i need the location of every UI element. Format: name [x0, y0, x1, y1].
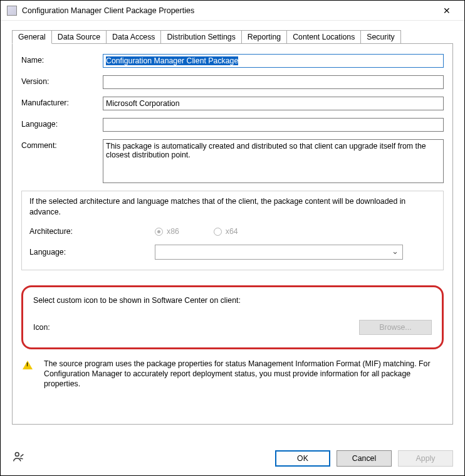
titlebar: Configuration Manager Client Package Pro… [1, 1, 464, 21]
ok-button[interactable]: OK [275, 450, 330, 467]
comment-label: Comment: [21, 139, 103, 150]
manufacturer-label: Manufacturer: [21, 97, 103, 107]
name-input[interactable]: Configuration Manager Client Package [103, 54, 444, 68]
window-title: Configuration Manager Client Package Pro… [22, 6, 434, 15]
name-label: Name: [21, 54, 103, 65]
icon-section-heading: Select custom icon to be shown in Softwa… [33, 296, 432, 305]
tab-general[interactable]: General [12, 30, 52, 44]
warning-text: The source program uses the package prop… [44, 359, 444, 389]
radio-x64: x64 [214, 227, 238, 236]
apply-button: Apply [398, 450, 453, 467]
tab-data-source[interactable]: Data Source [51, 30, 107, 43]
radio-x86-label: x86 [167, 227, 179, 236]
warning-icon [23, 361, 33, 369]
browse-button: Browse... [359, 320, 432, 335]
tab-panel-general: Name: Configuration Manager Client Packa… [12, 43, 453, 425]
version-input[interactable] [103, 75, 444, 89]
close-button[interactable]: ✕ [434, 2, 459, 19]
svg-point-0 [15, 452, 19, 456]
icon-section: Select custom icon to be shown in Softwa… [21, 285, 444, 349]
tab-distribution-settings[interactable]: Distribution Settings [160, 30, 241, 43]
icon-label: Icon: [33, 323, 115, 332]
architecture-note: If the selected architecture and languag… [29, 196, 436, 217]
radio-x86: x86 [155, 227, 179, 236]
tab-data-access[interactable]: Data Access [106, 30, 161, 43]
comment-textarea[interactable]: This package is automatically created an… [103, 139, 444, 183]
architecture-label: Architecture: [29, 227, 155, 236]
language-label: Language: [21, 118, 103, 129]
manufacturer-input[interactable] [103, 97, 444, 110]
architecture-group: If the selected architecture and languag… [21, 191, 444, 270]
tab-reporting[interactable]: Reporting [241, 30, 287, 43]
user-icon[interactable] [12, 450, 27, 467]
app-icon [7, 6, 17, 16]
cancel-button[interactable]: Cancel [337, 450, 392, 467]
version-label: Version: [21, 75, 103, 86]
arch-language-label: Language: [29, 248, 155, 257]
tab-security[interactable]: Security [360, 30, 400, 43]
arch-language-dropdown[interactable] [155, 245, 403, 260]
language-input[interactable] [103, 118, 444, 132]
tab-content-locations[interactable]: Content Locations [286, 30, 361, 43]
bottom-bar: OK Cancel Apply [1, 442, 464, 475]
radio-x64-label: x64 [226, 227, 238, 236]
tab-strip: General Data Source Data Access Distribu… [12, 28, 453, 43]
